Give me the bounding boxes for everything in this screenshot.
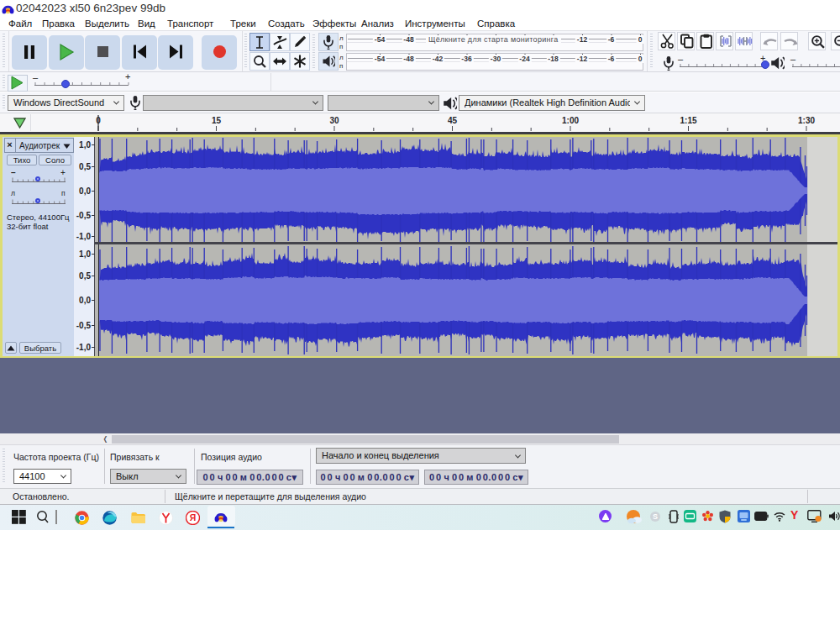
svg-text:Я: Я: [190, 512, 197, 522]
